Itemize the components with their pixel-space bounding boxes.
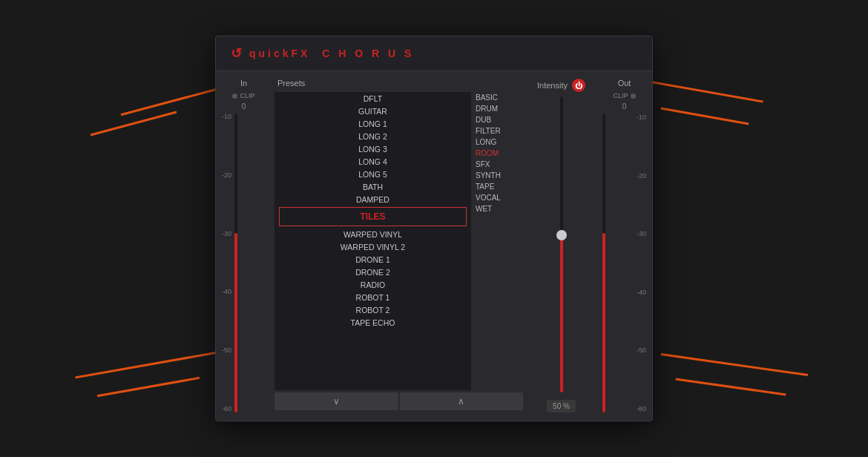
main-layout: In CLIP 0 -10 -20 -30 -40 -50 -60 xyxy=(216,71,652,412)
sub-filter[interactable]: FILTER xyxy=(473,125,523,137)
in-fader-area: -10 -20 -30 -40 -50 -60 xyxy=(216,114,272,412)
power-icon: ⏻ xyxy=(575,82,582,90)
in-clip-label: CLIP xyxy=(240,92,254,99)
in-db-scale: -10 -20 -30 -40 -50 -60 xyxy=(222,114,231,412)
preset-drone2[interactable]: DRONE 2 xyxy=(274,266,471,278)
intensity-fill xyxy=(560,230,563,392)
preset-long1[interactable]: LONG 1 xyxy=(274,117,471,130)
preset-radio[interactable]: RADIO xyxy=(274,278,471,291)
in-panel: In CLIP 0 -10 -20 -30 -40 -50 -60 xyxy=(216,71,272,412)
sub-wet[interactable]: WET xyxy=(473,203,523,214)
sub-vocal[interactable]: VOCAL xyxy=(473,192,523,203)
preset-robot1[interactable]: ROBOT 1 xyxy=(274,291,471,303)
intensity-slider-area[interactable] xyxy=(526,96,596,397)
preset-long5[interactable]: LONG 5 xyxy=(274,168,471,180)
sub-sfx[interactable]: SFX xyxy=(473,159,523,170)
preset-next-button[interactable]: ∧ xyxy=(400,392,524,410)
intensity-thumb[interactable] xyxy=(556,230,567,240)
intensity-value: 50 % xyxy=(547,400,576,412)
decoration-slash-7 xyxy=(661,353,808,376)
intensity-panel: Intensity ⏻ 50 % xyxy=(526,71,596,412)
presets-sub-list: BASIC DRUM DUB FILTER LONG ROOM SFX SYNT… xyxy=(473,92,523,390)
preset-warped-vinyl[interactable]: WARPED VINYL xyxy=(274,228,471,240)
out-panel: Out CLIP 0 -10 -20 -30 -40 -50 xyxy=(596,71,652,412)
out-fader-area: -10 -20 -30 -40 -50 -60 xyxy=(596,114,652,412)
sub-synth[interactable]: SYNTH xyxy=(473,170,523,181)
in-clip-value: 0 xyxy=(242,102,246,111)
sub-long[interactable]: LONG xyxy=(473,137,523,148)
intensity-label: Intensity xyxy=(537,81,568,90)
db-neg30: -30 xyxy=(222,231,231,237)
out-fader-track[interactable] xyxy=(602,114,634,412)
decoration-slash-3 xyxy=(75,351,221,379)
preset-guitar[interactable]: GUITAR xyxy=(274,105,471,117)
intensity-header: Intensity ⏻ xyxy=(537,71,585,96)
presets-body: DFLT GUITAR LONG 1 LONG 2 LONG 3 LONG 4 … xyxy=(274,92,523,390)
preset-long3[interactable]: LONG 3 xyxy=(274,142,471,155)
sub-dub[interactable]: DUB xyxy=(473,114,523,125)
db-neg50: -50 xyxy=(222,347,231,354)
out-db-neg30: -30 xyxy=(637,230,646,237)
clip-indicator xyxy=(232,93,237,99)
preset-dflt[interactable]: DFLT xyxy=(274,92,471,105)
sub-room[interactable]: ROOM xyxy=(473,148,523,159)
in-fader-track[interactable] xyxy=(234,114,266,412)
decoration-slash-2 xyxy=(91,111,177,137)
sub-tape[interactable]: TAPE xyxy=(473,181,523,192)
out-db-neg10: -10 xyxy=(637,114,646,121)
db-neg40: -40 xyxy=(222,289,231,295)
out-db-scale: -10 -20 -30 -40 -50 -60 xyxy=(637,114,646,412)
in-track-fill xyxy=(234,233,237,412)
presets-main-list: DFLT GUITAR LONG 1 LONG 2 LONG 3 LONG 4 … xyxy=(274,92,471,390)
out-db-neg50: -50 xyxy=(637,346,646,354)
title-bar: ↺ quickFX C H O R U S xyxy=(216,36,652,71)
out-clip-value: 0 xyxy=(622,102,627,111)
out-clip-label: CLIP xyxy=(613,92,628,99)
out-track-fill xyxy=(602,233,605,412)
preset-damped[interactable]: DAMPED xyxy=(274,193,471,206)
preset-prev-button[interactable]: ∨ xyxy=(274,392,398,410)
preset-nav-row: ∨ ∧ xyxy=(274,390,523,412)
out-clip-indicator xyxy=(631,93,636,99)
presets-label: Presets xyxy=(274,71,523,92)
out-label: Out xyxy=(596,71,652,92)
db-neg20: -20 xyxy=(222,172,231,179)
in-label: In xyxy=(216,71,272,92)
app-name: quickFX C H O R U S xyxy=(249,47,414,59)
decoration-slash-4 xyxy=(97,377,200,397)
preset-long2[interactable]: LONG 2 xyxy=(274,130,471,142)
db-neg60: -60 xyxy=(222,406,231,412)
preset-warped-vinyl2[interactable]: WARPED VINYL 2 xyxy=(274,240,471,253)
preset-drone1[interactable]: DRONE 1 xyxy=(274,253,471,266)
out-db-neg60: -60 xyxy=(637,405,646,412)
out-db-neg40: -40 xyxy=(637,289,646,296)
preset-tape-echo[interactable]: TAPE ECHO xyxy=(274,316,471,329)
sub-basic[interactable]: BASIC xyxy=(473,92,523,103)
preset-bath[interactable]: BATH xyxy=(274,180,471,193)
sub-drum[interactable]: DRUM xyxy=(473,103,523,114)
plugin-window: ↺ quickFX C H O R U S In CLIP 0 -10 -20 … xyxy=(215,36,653,421)
decoration-slash-6 xyxy=(661,108,749,125)
preset-robot2[interactable]: ROBOT 2 xyxy=(274,303,471,316)
db-neg10: -10 xyxy=(222,114,231,120)
app-logo: ↺ xyxy=(231,45,242,62)
out-db-neg20: -20 xyxy=(637,172,646,180)
preset-tiles[interactable]: TILES xyxy=(279,207,467,226)
preset-long4[interactable]: LONG 4 xyxy=(274,155,471,168)
presets-panel: Presets DFLT GUITAR LONG 1 LONG 2 LONG 3… xyxy=(272,71,526,412)
decoration-slash-8 xyxy=(676,378,786,396)
intensity-track[interactable] xyxy=(560,96,563,392)
power-button[interactable]: ⏻ xyxy=(572,79,585,92)
